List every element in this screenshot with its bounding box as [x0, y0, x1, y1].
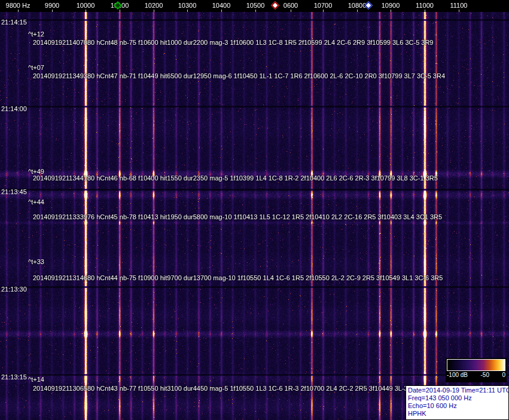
freq-tick [425, 10, 425, 12]
info-line-station: HPHK [408, 410, 507, 418]
freq-label: 9900 [45, 2, 59, 9]
freq-tick [120, 10, 120, 12]
info-line-frequency: Freq=143 050 000 Hz [408, 394, 507, 402]
colorbar-gradient [447, 359, 505, 371]
freq-label: 10000 [77, 2, 95, 9]
freq-label: 10300 [178, 2, 197, 9]
freq-tick [52, 10, 53, 12]
colorbar-label-max: 0 [502, 372, 505, 378]
freq-tick [154, 10, 154, 12]
colorbar-labels: -100 dB -50 0 [446, 372, 507, 378]
freq-label: 0600 [284, 2, 298, 9]
freq-tick [323, 10, 324, 12]
frequency-scale: 9800 Hz990010000101001020010300104001050… [0, 0, 509, 12]
info-line-echo: Echo=10 600 Hz [408, 402, 507, 410]
app-root: 21:14:1521:14:0021:13:4521:13:3021:13:15… [0, 0, 509, 420]
freq-marker-red-diamond-icon [271, 1, 279, 10]
freq-tick [357, 10, 358, 12]
freq-label: 11100 [450, 2, 468, 9]
info-line-datetime: Date=2014-09-19 Time=21:11 UTC [408, 387, 507, 394]
freq-tick [391, 10, 391, 12]
freq-label: 10700 [314, 2, 333, 9]
freq-tick [221, 10, 222, 12]
freq-label: 10900 [382, 2, 400, 9]
freq-tick [255, 10, 256, 12]
freq-label: 10800 [348, 2, 367, 9]
spectrogram-canvas[interactable] [0, 12, 509, 420]
colorbar-label-mid: -50 [481, 372, 489, 378]
freq-tick [18, 10, 19, 12]
freq-tick [291, 10, 291, 12]
freq-label: 11000 [416, 2, 434, 9]
freq-label: 10200 [145, 2, 163, 9]
freq-label: 10400 [212, 2, 231, 9]
info-box: Date=2014-09-19 Time=21:11 UTC Freq=143 … [406, 385, 509, 420]
colorbar-label-min: -100 dB [447, 372, 468, 378]
freq-tick [187, 10, 188, 12]
freq-label: 10500 [246, 2, 265, 9]
freq-tick [86, 10, 86, 12]
freq-label: 9800 Hz [6, 2, 31, 9]
freq-tick [459, 10, 459, 12]
colorbar: -100 dB -50 0 [446, 358, 507, 382]
